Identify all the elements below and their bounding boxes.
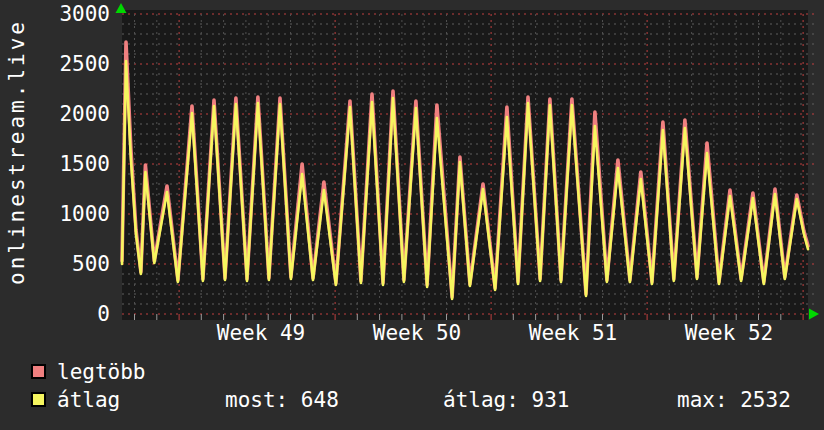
legend-label-legtobb: legtöbb [57,360,146,385]
atlag-color-swatch [31,392,46,407]
stat-max: max: 2532 [677,388,791,413]
x-axis-week-label: Week 52 [659,320,799,346]
x-axis-week-label: Week 49 [191,320,331,346]
x-axis-week-label: Week 51 [503,320,643,346]
rrd-graph-page: onlinestream.live 0500100015002000250030… [0,0,824,430]
y-axis-tick-label: 2500 [30,52,110,76]
stat-atlag: átlag: 931 [443,388,569,413]
vertical-axis-title: onlinestream.live [4,0,30,312]
legtobb-color-swatch [31,364,46,379]
y-axis-tick-label: 3000 [30,2,110,26]
y-axis-tick-label: 0 [30,302,110,326]
stat-most: most: 648 [225,388,339,413]
y-axis-tick-label: 1000 [30,202,110,226]
y-axis-tick-label: 2000 [30,102,110,126]
y-axis-tick-label: 1500 [30,152,110,176]
legend-label-atlag: átlag [57,388,120,413]
x-axis-week-label: Week 50 [347,320,487,346]
x-axis-arrow-icon [809,309,819,320]
y-axis-arrow-icon [116,3,127,13]
y-axis-tick-label: 500 [30,252,110,276]
